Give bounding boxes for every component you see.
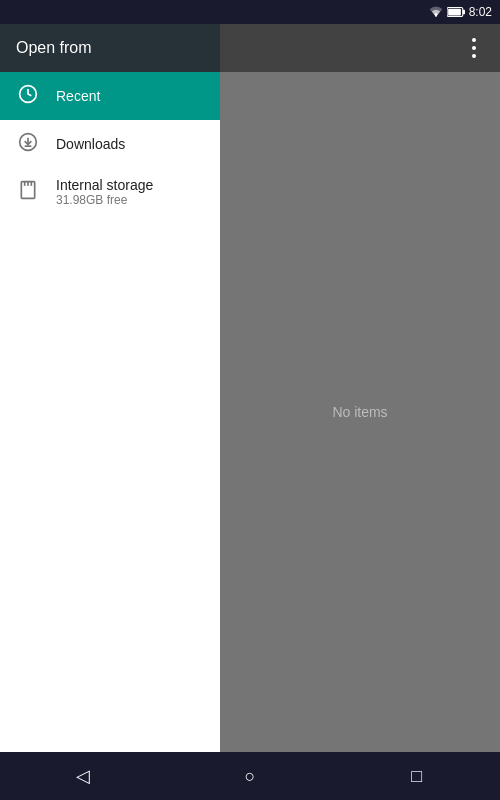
battery-icon — [447, 6, 465, 18]
svg-point-14 — [472, 54, 476, 58]
sd-card-icon — [16, 180, 40, 205]
sidebar-header: Open from — [0, 24, 220, 72]
back-button[interactable]: ◁ — [53, 752, 113, 800]
sidebar-item-internal-storage[interactable]: Internal storage 31.98GB free — [0, 168, 220, 216]
svg-point-13 — [472, 46, 476, 50]
storage-free: 31.98GB free — [56, 193, 153, 207]
home-button[interactable]: ○ — [220, 752, 280, 800]
nav-bar: ◁ ○ □ — [0, 752, 500, 800]
more-options-button[interactable] — [456, 30, 492, 66]
sidebar-item-recent[interactable]: Recent — [0, 72, 220, 120]
empty-message: No items — [332, 404, 387, 420]
storage-info: Internal storage 31.98GB free — [56, 177, 153, 207]
svg-rect-9 — [24, 181, 26, 185]
status-time: 8:02 — [469, 5, 492, 19]
svg-rect-11 — [31, 181, 33, 185]
sidebar-item-downloads[interactable]: Downloads — [0, 120, 220, 168]
status-icons: 8:02 — [429, 5, 492, 19]
download-icon — [16, 132, 40, 157]
content-toolbar — [220, 24, 500, 72]
recents-button[interactable]: □ — [387, 752, 447, 800]
sidebar-title: Open from — [16, 39, 92, 57]
recents-icon: □ — [411, 766, 422, 787]
svg-point-0 — [435, 15, 437, 17]
status-bar: 8:02 — [0, 0, 500, 24]
svg-rect-2 — [462, 10, 464, 15]
content-body: No items — [220, 72, 500, 752]
svg-rect-3 — [448, 9, 461, 16]
sidebar: Open from Recent Downloads — [0, 24, 220, 752]
downloads-label: Downloads — [56, 136, 125, 152]
clock-icon — [16, 84, 40, 109]
back-icon: ◁ — [76, 765, 90, 787]
recent-label: Recent — [56, 88, 100, 104]
svg-rect-10 — [27, 181, 29, 185]
main-area: Open from Recent Downloads — [0, 24, 500, 752]
home-icon: ○ — [245, 766, 256, 787]
storage-name: Internal storage — [56, 177, 153, 193]
content-area: No items — [220, 24, 500, 752]
wifi-icon — [429, 5, 443, 19]
svg-point-12 — [472, 38, 476, 42]
